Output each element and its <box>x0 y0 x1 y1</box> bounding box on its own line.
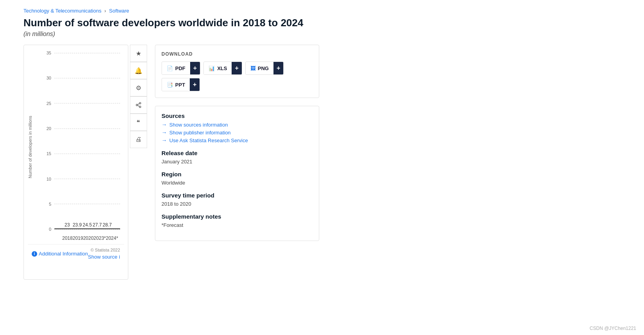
pdf-label: PDF <box>175 65 185 71</box>
page-wrapper: Technology & Telecommunications › Softwa… <box>0 0 644 335</box>
show-source-button[interactable]: Show source i <box>88 254 120 260</box>
favorite-button[interactable]: ★ <box>130 45 147 62</box>
x-axis-line <box>54 228 120 229</box>
png-plus-icon[interactable]: + <box>273 62 283 74</box>
x-labels: 2018201920202023*2024* <box>54 235 120 241</box>
svg-point-2 <box>139 106 141 108</box>
breadcrumb-category[interactable]: Technology & Telecommunications <box>23 8 101 14</box>
ppt-download-main: 📑 PPT <box>162 79 190 91</box>
show-publisher-link[interactable]: → Show publisher information <box>162 129 313 136</box>
show-sources-link[interactable]: → Show sources information <box>162 121 313 128</box>
show-source-label: Show source <box>88 254 117 260</box>
xls-download-main: 📊 XLS <box>204 62 232 74</box>
additional-info-label: Additional Information <box>39 251 88 257</box>
survey-time-period-value: 2018 to 2020 <box>162 201 313 207</box>
download-section: DOWNLOAD 📄 PDF + 📊 XLS <box>155 45 319 98</box>
share-button[interactable] <box>130 96 147 114</box>
icon-column: ★ 🔔 ⚙ ❝ 🖨 <box>130 45 147 280</box>
x-label-2020: 2020 <box>83 235 94 241</box>
bar-value-2024*: 28.7 <box>103 222 112 228</box>
y-tick-15: 15 <box>40 151 51 156</box>
region-value: Worldwide <box>162 180 313 186</box>
supplementary-notes-title: Supplementary notes <box>162 213 313 220</box>
chart-footer: i Additional Information © Statista 2022… <box>28 244 124 263</box>
svg-point-0 <box>139 103 141 104</box>
y-tick-10: 10 <box>40 177 51 181</box>
y-axis-label: Number of developers in millions <box>28 53 36 241</box>
print-button[interactable]: 🖨 <box>130 131 147 148</box>
pdf-plus-icon[interactable]: + <box>190 62 200 74</box>
y-tick-0: 0 <box>40 227 51 232</box>
y-tick-30: 30 <box>40 76 51 80</box>
citation-button[interactable]: ❝ <box>130 114 147 131</box>
supplementary-notes-value: *Forecast <box>162 222 313 228</box>
chart-subtitle: (in millions) <box>23 31 621 38</box>
info-icon: i <box>32 251 37 257</box>
right-panel: DOWNLOAD 📄 PDF + 📊 XLS <box>155 45 319 241</box>
publisher-arrow: → <box>162 129 167 136</box>
chart-and-icons: Number of developers in millions 35 30 <box>23 45 147 280</box>
download-buttons: 📄 PDF + 📊 XLS + <box>162 62 313 91</box>
xls-icon: 📊 <box>209 65 215 71</box>
region-title: Region <box>162 171 313 177</box>
page-title: Number of software developers worldwide … <box>23 17 621 29</box>
settings-button[interactable]: ⚙ <box>130 79 147 96</box>
info-section: Sources → Show sources information → Sho… <box>155 106 319 241</box>
svg-line-3 <box>138 105 140 107</box>
chart-plot: 35 30 25 <box>39 53 124 241</box>
region-block: Region Worldwide <box>162 171 313 186</box>
y-tick-25: 25 <box>40 101 51 106</box>
ask-statista-arrow: → <box>162 137 167 143</box>
survey-time-period-title: Survey time period <box>162 192 313 199</box>
content-area: Technology & Telecommunications › Softwa… <box>0 0 644 288</box>
x-label-2018: 2018 <box>62 235 73 241</box>
bar-value-2018: 23 <box>65 222 70 228</box>
statista-credit: © Statista 2022 <box>90 248 120 252</box>
bar-value-2023*: 27.7 <box>93 222 102 228</box>
ask-statista-label: Use Ask Statista Research Service <box>169 138 248 143</box>
bar-value-2020: 24.5 <box>83 222 92 228</box>
png-download-main: 🖼 PNG <box>246 62 273 74</box>
x-label-2024*: 2024* <box>106 235 118 241</box>
notification-button[interactable]: 🔔 <box>130 62 147 79</box>
png-label: PNG <box>258 65 269 71</box>
ask-statista-link[interactable]: → Use Ask Statista Research Service <box>162 137 313 143</box>
survey-time-period-block: Survey time period 2018 to 2020 <box>162 192 313 207</box>
breadcrumb: Technology & Telecommunications › Softwa… <box>23 8 621 14</box>
download-title: DOWNLOAD <box>162 51 313 57</box>
additional-info-button[interactable]: i Additional Information <box>32 251 88 257</box>
watermark: CSDN @JYChen1221 <box>590 326 636 331</box>
sources-arrow: → <box>162 121 167 128</box>
pdf-download-main: 📄 PDF <box>162 62 190 74</box>
ppt-plus-icon[interactable]: + <box>190 78 200 91</box>
bars-area: 2323.924.527.728.7 <box>54 53 120 229</box>
chart-inner: Number of developers in millions 35 30 <box>28 53 124 241</box>
x-label-2023*: 2023* <box>94 235 106 241</box>
ppt-label: PPT <box>175 82 185 88</box>
xls-plus-icon[interactable]: + <box>232 62 241 74</box>
chart-container: Number of developers in millions 35 30 <box>23 45 128 280</box>
y-tick-20: 20 <box>40 126 51 131</box>
y-tick-5: 5 <box>40 202 51 206</box>
x-label-2019: 2019 <box>73 235 83 241</box>
svg-line-4 <box>138 104 140 105</box>
release-date-value: January 2021 <box>162 159 313 165</box>
ppt-icon: 📑 <box>167 82 173 88</box>
show-sources-label: Show sources information <box>169 122 228 128</box>
show-source-info-icon: i <box>119 254 120 260</box>
supplementary-notes-block: Supplementary notes *Forecast <box>162 213 313 228</box>
breadcrumb-separator: › <box>104 8 106 14</box>
release-date-title: Release date <box>162 150 313 156</box>
png-download-button[interactable]: 🖼 PNG + <box>245 62 284 75</box>
main-layout: Number of developers in millions 35 30 <box>23 45 621 280</box>
pdf-download-button[interactable]: 📄 PDF + <box>162 62 200 75</box>
bar-value-2019: 23.9 <box>73 222 82 228</box>
sources-title: Sources <box>162 112 313 119</box>
y-tick-35: 35 <box>40 51 51 55</box>
breadcrumb-subcategory[interactable]: Software <box>109 8 129 14</box>
ppt-download-button[interactable]: 📑 PPT + <box>162 78 200 91</box>
png-icon: 🖼 <box>250 65 255 71</box>
chart-right-footer: © Statista 2022 Show source i <box>88 248 120 260</box>
xls-download-button[interactable]: 📊 XLS + <box>203 62 242 75</box>
pdf-icon: 📄 <box>167 65 173 71</box>
